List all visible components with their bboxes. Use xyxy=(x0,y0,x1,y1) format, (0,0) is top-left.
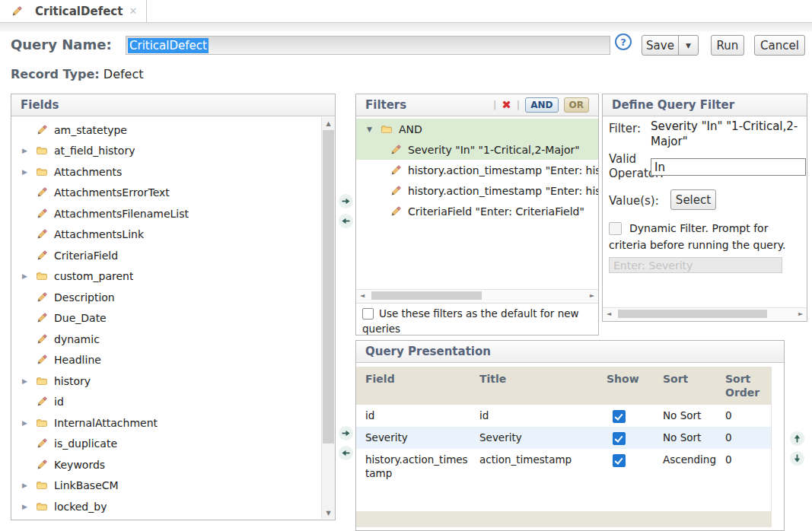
qp-panel-title: Query Presentation xyxy=(365,345,491,358)
filter-value: Severity "In" "1-Critical,2-Major" xyxy=(651,119,807,149)
fields-scrollbar[interactable]: ▲ ▼ xyxy=(321,117,335,519)
add-column-arrow-icon[interactable] xyxy=(339,426,353,440)
filter-label: Severity "In" "1-Critical,2-Major" xyxy=(408,144,580,156)
save-dropdown-arrow[interactable]: ▼ xyxy=(678,35,699,56)
expander-icon[interactable]: ▶ xyxy=(22,272,36,280)
field-label: custom_parent xyxy=(54,270,133,282)
row-sort-order[interactable]: 0 xyxy=(719,427,772,449)
or-button[interactable]: OR xyxy=(564,97,589,113)
pencil-icon xyxy=(390,185,402,197)
remove-filter-arrow-icon[interactable] xyxy=(339,214,353,228)
field-tree-item[interactable]: ▶ is_duplicate xyxy=(11,434,321,455)
valid-operator-input[interactable]: In xyxy=(651,158,806,176)
row-sort-order[interactable]: 0 xyxy=(719,449,772,484)
presentation-row[interactable]: Severity Severity No Sort 0 xyxy=(356,427,772,449)
field-tree-item[interactable]: ▶ Keywords xyxy=(11,454,321,475)
row-sort-order[interactable]: 0 xyxy=(719,405,772,427)
default-filters-checkbox[interactable] xyxy=(362,308,374,320)
field-tree-item[interactable]: ▶ custom_parent xyxy=(11,266,321,288)
field-tree-item[interactable]: ▶ dynamic xyxy=(11,329,321,350)
field-tree-item[interactable]: ▶ InternalAttachment xyxy=(11,412,321,434)
filter-tree-item[interactable]: Severity "In" "1-Critical,2-Major" xyxy=(356,139,598,160)
tab-criticaldefect[interactable]: CriticalDefect ✕ xyxy=(0,0,147,22)
pencil-icon xyxy=(36,396,48,408)
help-icon[interactable]: ? xyxy=(615,33,632,50)
add-filter-arrow-icon[interactable] xyxy=(339,194,353,208)
query-name-input[interactable]: CriticalDefect xyxy=(126,36,610,55)
field-tree-item[interactable]: ▶ LinkBaseCM xyxy=(11,475,321,497)
expander-icon[interactable]: ▼ xyxy=(367,126,381,133)
field-tree-item[interactable]: ▶ locked_by xyxy=(11,496,321,517)
expander-icon[interactable]: ▶ xyxy=(22,482,36,489)
expander-icon[interactable]: ▶ xyxy=(22,377,36,385)
filter-label: CriteriaField "Enter: CriteriaField" xyxy=(408,205,584,218)
run-button[interactable]: Run xyxy=(711,35,744,56)
field-tree-item[interactable]: ▶ AttachmentsErrorText xyxy=(11,183,321,204)
pencil-icon xyxy=(36,250,48,262)
field-label: at_field_history xyxy=(54,145,135,157)
define-hscrollbar[interactable]: ◄ ► xyxy=(603,307,807,321)
field-tree-item[interactable]: ▶ Headline xyxy=(11,350,321,371)
scroll-down-icon[interactable]: ▼ xyxy=(322,507,335,519)
row-field: Severity xyxy=(356,427,470,449)
expander-icon[interactable]: ▶ xyxy=(22,503,36,510)
show-checkbox[interactable] xyxy=(613,432,626,445)
scrollbar-thumb[interactable] xyxy=(618,310,767,318)
field-tree-item[interactable]: ▶ history xyxy=(11,370,321,392)
field-label: Due_Date xyxy=(54,312,107,324)
scroll-right-icon[interactable]: ► xyxy=(586,290,598,301)
row-sort[interactable]: No Sort xyxy=(649,405,719,427)
field-tree-item[interactable]: ▶ AttachmentsFilenameList xyxy=(11,203,321,224)
filters-hscrollbar[interactable]: ◄ ► xyxy=(356,289,598,304)
default-filters-option: Use these filters as the default for new… xyxy=(356,303,598,334)
dynamic-filter-checkbox[interactable] xyxy=(609,222,622,235)
and-button[interactable]: AND xyxy=(525,97,558,113)
move-down-arrow-icon[interactable] xyxy=(790,451,804,466)
field-tree-item[interactable]: ▶ Description xyxy=(11,287,321,308)
show-checkbox[interactable] xyxy=(613,410,626,423)
field-tree-item[interactable]: ▶ am_statetype xyxy=(11,119,321,141)
scroll-right-icon[interactable]: ► xyxy=(794,308,807,320)
filter-root-and[interactable]: ▼ AND xyxy=(356,119,598,139)
move-up-arrow-icon[interactable] xyxy=(790,431,804,446)
field-tree-item[interactable]: ▶ Note_Entry xyxy=(11,517,321,520)
field-tree-item[interactable]: ▶ id xyxy=(11,392,321,413)
field-label: Description xyxy=(54,291,115,304)
folder-icon xyxy=(36,375,48,387)
dynamic-filter-label: Dynamic Filter. Prompt for criteria befo… xyxy=(609,222,785,251)
field-tree-item[interactable]: ▶ Attachments xyxy=(11,161,321,183)
scroll-up-icon[interactable]: ▲ xyxy=(322,117,335,129)
pencil-icon xyxy=(36,124,48,136)
filters-panel: Filters | ✖ | AND OR ▼ AND Severity "In"… xyxy=(355,94,599,335)
remove-column-arrow-icon[interactable] xyxy=(339,446,353,460)
pencil-icon xyxy=(36,333,48,345)
presentation-row[interactable]: history.action_timestamp action_timestam… xyxy=(356,449,772,484)
delete-filter-icon[interactable]: ✖ xyxy=(502,98,511,112)
field-tree-item[interactable]: ▶ AttachmentsLink xyxy=(11,224,321,246)
field-tree-item[interactable]: ▶ at_field_history xyxy=(11,141,321,162)
cancel-button[interactable]: Cancel xyxy=(754,35,805,56)
save-button[interactable]: Save xyxy=(642,35,679,56)
row-sort[interactable]: Ascending xyxy=(649,449,719,484)
select-values-button[interactable]: Select xyxy=(670,189,716,210)
scroll-left-icon[interactable]: ◄ xyxy=(603,308,615,320)
row-title: action_timestamp xyxy=(470,449,588,484)
show-checkbox[interactable] xyxy=(613,454,626,467)
row-sort[interactable]: No Sort xyxy=(649,427,719,449)
field-tree-item[interactable]: ▶ CriteriaField xyxy=(11,245,321,266)
expander-icon[interactable]: ▶ xyxy=(22,168,36,176)
scrollbar-thumb[interactable] xyxy=(371,291,482,300)
scroll-left-icon[interactable]: ◄ xyxy=(356,290,368,301)
filter-tree-item[interactable]: history.action_timestamp "Enter: hist xyxy=(356,160,598,180)
expander-icon[interactable]: ▶ xyxy=(22,147,36,154)
presentation-row[interactable]: id id No Sort 0 xyxy=(356,405,772,427)
tab-close-icon[interactable]: ✕ xyxy=(129,5,137,17)
chevron-down-icon: ▼ xyxy=(686,42,691,49)
fields-panel-header: Fields xyxy=(11,94,335,116)
scrollbar-thumb[interactable] xyxy=(323,130,334,444)
expander-icon[interactable]: ▶ xyxy=(22,419,36,427)
field-tree-item[interactable]: ▶ Due_Date xyxy=(11,308,321,329)
filter-tree-item[interactable]: CriteriaField "Enter: CriteriaField" xyxy=(356,201,598,221)
pencil-icon xyxy=(36,312,48,324)
filter-tree-item[interactable]: history.action_timestamp "Enter: hist xyxy=(356,180,598,201)
